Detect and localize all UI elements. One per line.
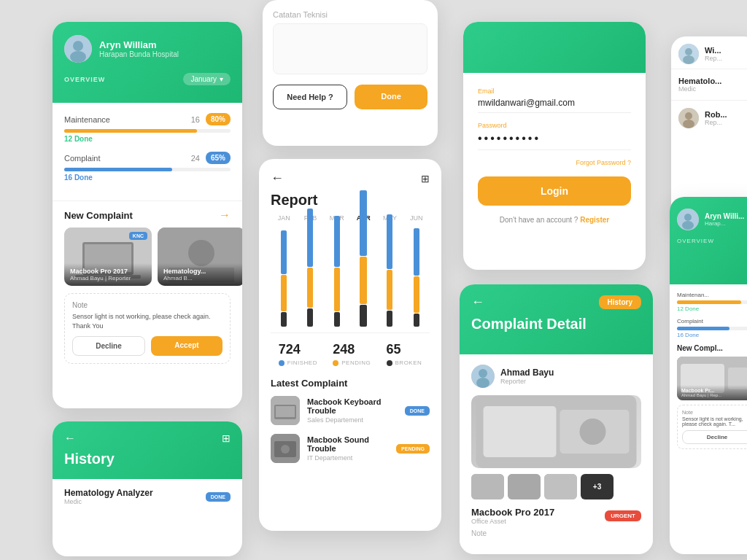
done-button[interactable]: Done — [355, 85, 427, 109]
svg-point-17 — [479, 369, 487, 378]
detail-header: ← History Complaint Detail — [460, 284, 653, 354]
email-value[interactable]: mwildanwari@gmail.com — [478, 98, 631, 113]
right-name-2: Hematolo... — [678, 77, 747, 85]
period-badge[interactable]: January ▾ — [183, 73, 231, 85]
login-screen: Email mwildanwari@gmail.com Password •••… — [463, 22, 646, 270]
bar-orange-jan — [281, 275, 287, 311]
right-complaint-thumb[interactable]: Macbook Pr... Ahmad Bayu | Rep... — [677, 357, 747, 400]
need-help-button[interactable]: Need Help ? — [273, 85, 347, 109]
list-name-1: Macbook Keyboard Trouble — [307, 397, 398, 415]
app-container: Aryn William Harapan Bunda Hospital OVER… — [0, 0, 747, 560]
chart-month-labels: JAN FEB MAR APR MAY JUN — [259, 214, 441, 222]
bar-blue-apr — [360, 190, 367, 256]
thumb-3[interactable] — [544, 474, 577, 499]
right-decline-button[interactable]: Decline — [682, 430, 747, 444]
svg-point-27 — [685, 48, 692, 55]
bar-feb — [300, 209, 320, 327]
stat-pending: 248 PENDING — [333, 342, 371, 366]
period-label: January — [190, 75, 217, 83]
right-complaint-stat: Complaint 16 Done — [677, 318, 747, 338]
finished-dot — [279, 360, 285, 366]
right-note-text: Sensor light is not working, please chec… — [682, 416, 747, 427]
detail-user-info: Ahmad Bayu Reporter — [500, 368, 554, 385]
right-stat-label-2: Complaint — [677, 318, 703, 324]
textarea-box[interactable] — [273, 23, 427, 74]
right-bar-fill-2 — [677, 327, 729, 330]
right-dash-body: Maintenan... 12 Done Complaint 16 Done N… — [670, 284, 747, 456]
register-row: Don't have an account ? Register — [478, 216, 631, 224]
detail-item-row: Macbook Pro 2017 Office Asset URGENT — [471, 507, 641, 525]
stat-done-2: 16 Done — [64, 174, 231, 182]
thumb-2[interactable] — [508, 474, 541, 499]
bar-dark-jun — [414, 314, 419, 327]
history-filter-icon[interactable]: ⊞ — [222, 432, 231, 444]
right-user-1[interactable]: Wi... Rep... — [671, 36, 747, 69]
pending-label: PENDING — [341, 359, 371, 366]
right-avatar-1 — [678, 44, 699, 64]
user-name: Aryn William — [99, 39, 179, 50]
finished-label-row: FINISHED — [279, 359, 317, 366]
right-maintenance-stat: Maintenan... 12 Done — [677, 292, 747, 312]
right-dash-user-info: Aryn Willi... Harap... — [705, 212, 744, 227]
svg-point-8 — [188, 240, 214, 266]
login-button[interactable]: Login — [478, 176, 631, 206]
svg-point-2 — [70, 51, 86, 63]
finished-label: FINISHED — [287, 359, 317, 366]
filter-icon[interactable]: ⊞ — [421, 173, 430, 184]
complaint-card-1[interactable]: Macbook Pro 2017 Ahmad Bayu | Reporter K… — [64, 228, 152, 286]
urgent-badge: URGENT — [605, 510, 641, 521]
right-dash-user-name: Aryn Willi... — [705, 212, 744, 220]
broken-label: BROKEN — [395, 359, 422, 366]
accept-button[interactable]: Accept — [151, 336, 222, 356]
arrow-icon[interactable]: → — [219, 209, 231, 222]
thumb-more[interactable]: +3 — [581, 474, 614, 499]
list-item-1[interactable]: Macbook Keyboard Trouble Sales Departeme… — [271, 396, 430, 425]
broken-label-row: BROKEN — [387, 359, 422, 366]
stat-finished: 724 FINISHED — [279, 342, 317, 366]
complaint-name-2: Hematology... — [163, 268, 239, 275]
list-info-2: Macbook Sound Trouble IT Departement — [307, 435, 389, 462]
forgot-password-link[interactable]: Forgot Password ? — [478, 159, 631, 166]
detail-note-label: Note — [471, 529, 641, 537]
list-info-1: Macbook Keyboard Trouble Sales Departeme… — [307, 397, 398, 424]
bar-blue-feb — [307, 209, 313, 267]
right-bar-fill — [677, 300, 741, 304]
right-complaint-overlay: Macbook Pr... Ahmad Bayu | Rep... — [677, 385, 747, 400]
overview-label: OVERVIEW — [64, 76, 105, 83]
right-user-2[interactable]: Hematolo... Medic — [671, 69, 747, 100]
register-link[interactable]: Register — [580, 216, 609, 224]
decline-button[interactable]: Decline — [72, 336, 145, 356]
password-value[interactable]: •••••••••• — [478, 132, 631, 150]
complaint-reporter-2: Ahmad B... — [163, 275, 239, 281]
list-dept-2: IT Departement — [307, 454, 389, 462]
history-button[interactable]: History — [599, 295, 641, 309]
report-stats-row: 724 FINISHED 248 PENDING 65 BROKEN — [259, 342, 441, 378]
chevron-down-icon: ▾ — [220, 75, 223, 83]
new-complaint-header: New Complaint → — [53, 201, 242, 228]
chart-area — [259, 225, 441, 327]
month-jan: JAN — [274, 214, 294, 222]
bar-orange-may — [387, 270, 392, 310]
bar-blue-jan — [281, 230, 287, 274]
right-bar-bg — [677, 300, 747, 304]
detail-thumbs: +3 — [471, 474, 641, 499]
right-stat-header-2: Complaint — [677, 318, 747, 324]
list-dept-1: Sales Departement — [307, 416, 398, 424]
overview-row: OVERVIEW January ▾ — [64, 73, 231, 85]
right-user-3[interactable]: Rob... Rep... — [671, 100, 747, 136]
avatar — [64, 35, 92, 63]
history-list-item[interactable]: Hematology Analyzer Medic DONE — [64, 488, 231, 505]
right-name-3: Rob... — [705, 110, 727, 119]
history-back-icon[interactable]: ← — [64, 432, 76, 445]
finished-count: 724 — [279, 342, 317, 357]
back-icon[interactable]: ← — [271, 171, 284, 186]
latest-section: Latest Complaint Macbook Keyboard Troubl… — [259, 378, 441, 463]
complaint-card-2[interactable]: Hematology... Ahmad B... — [158, 228, 242, 286]
right-dash-header: Aryn Willi... Harap... OVERVIEW — [670, 197, 747, 284]
thumb-1[interactable] — [471, 474, 504, 499]
right-user-info-1: Wi... Rep... — [705, 46, 722, 62]
right-user-row: Aryn Willi... Harap... — [677, 209, 747, 230]
detail-back-icon[interactable]: ← — [471, 295, 484, 310]
stat-percent-badge-2: 65% — [206, 152, 231, 164]
list-item-2[interactable]: Macbook Sound Trouble IT Departement PEN… — [271, 434, 430, 463]
